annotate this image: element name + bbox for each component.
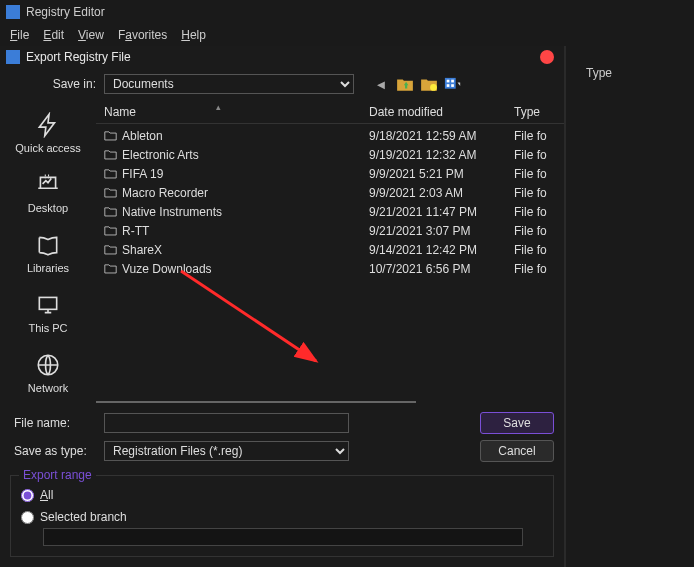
save-in-row: Save in: Documents ◄ (0, 68, 564, 100)
table-row[interactable]: Native Instruments9/21/2021 11:47 PMFile… (96, 202, 564, 221)
table-row[interactable]: FIFA 199/9/2021 5:21 PMFile fo (96, 164, 564, 183)
save-type-select[interactable]: Registration Files (*.reg) (104, 441, 349, 461)
nav-icons: ◄ (372, 76, 462, 92)
export-dialog: Export Registry File Save in: Documents … (0, 46, 565, 567)
file-name-label: File name: (10, 416, 96, 430)
place-desktop[interactable]: Desktop (8, 166, 88, 220)
right-col-type[interactable]: Type (586, 66, 684, 80)
menu-edit[interactable]: Edit (43, 28, 64, 42)
main-area: Export Registry File Save in: Documents … (0, 46, 694, 567)
svg-rect-6 (39, 297, 56, 309)
svg-rect-1 (445, 78, 456, 89)
menu-help[interactable]: Help (181, 28, 206, 42)
view-menu-icon[interactable] (444, 76, 462, 92)
file-list: Name ▴ Date modified Type Ableton9/18/20… (96, 100, 564, 405)
place-this-pc[interactable]: This PC (8, 286, 88, 340)
regedit-icon (6, 50, 20, 64)
col-date[interactable]: Date modified (361, 105, 506, 119)
svg-point-0 (430, 84, 437, 91)
dialog-title: Export Registry File (26, 50, 131, 64)
save-type-label: Save as type: (10, 444, 96, 458)
right-pane: Type (565, 46, 694, 567)
place-quick-access[interactable]: Quick access (8, 106, 88, 160)
export-range-group: Export range All Selected branch (10, 475, 554, 557)
save-in-select[interactable]: Documents (104, 74, 354, 94)
menu-favorites[interactable]: Favorites (118, 28, 167, 42)
table-row[interactable]: Macro Recorder9/9/2021 2:03 AMFile fo (96, 183, 564, 202)
file-browser: Quick access Desktop Libraries This PC (0, 100, 564, 405)
form-rows: File name: Save Save as type: Registrati… (0, 405, 564, 475)
regedit-icon (6, 5, 20, 19)
menubar: File Edit View Favorites Help (0, 24, 694, 46)
save-in-label: Save in: (10, 77, 96, 91)
svg-rect-5 (451, 84, 454, 87)
separator (96, 401, 564, 403)
radio-all[interactable]: All (21, 484, 543, 506)
export-range-legend: Export range (19, 468, 96, 482)
places-sidebar: Quick access Desktop Libraries This PC (0, 100, 96, 405)
radio-selected-input[interactable] (21, 511, 34, 524)
cancel-button[interactable]: Cancel (480, 440, 554, 462)
place-network[interactable]: Network (8, 346, 88, 400)
table-row[interactable]: R-TT9/21/2021 3:07 PMFile fo (96, 221, 564, 240)
dialog-titlebar: Export Registry File (0, 46, 564, 68)
sort-asc-icon: ▴ (216, 102, 221, 112)
table-row[interactable]: ShareX9/14/2021 12:42 PMFile fo (96, 240, 564, 259)
radio-all-input[interactable] (21, 489, 34, 502)
place-libraries[interactable]: Libraries (8, 226, 88, 280)
menu-view[interactable]: View (78, 28, 104, 42)
radio-selected-branch[interactable]: Selected branch (21, 506, 543, 528)
list-header: Name ▴ Date modified Type (96, 100, 564, 124)
app-title: Registry Editor (26, 5, 105, 19)
registry-editor-window: Registry Editor File Edit View Favorites… (0, 0, 694, 567)
branch-path-input[interactable] (43, 528, 523, 546)
svg-rect-4 (447, 84, 450, 87)
svg-rect-3 (451, 79, 454, 82)
file-rows[interactable]: Ableton9/18/2021 12:59 AMFile foElectron… (96, 124, 564, 395)
titlebar: Registry Editor (0, 0, 694, 24)
svg-rect-2 (447, 79, 450, 82)
table-row[interactable]: Electronic Arts9/19/2021 12:32 AMFile fo (96, 145, 564, 164)
save-button[interactable]: Save (480, 412, 554, 434)
col-name[interactable]: Name ▴ (96, 105, 361, 119)
record-indicator-icon (540, 50, 554, 64)
up-folder-icon[interactable] (396, 76, 414, 92)
table-row[interactable]: Vuze Downloads10/7/2021 6:56 PMFile fo (96, 259, 564, 278)
file-name-input[interactable] (104, 413, 349, 433)
col-type[interactable]: Type (506, 105, 564, 119)
back-icon[interactable]: ◄ (372, 76, 390, 92)
new-folder-icon[interactable] (420, 76, 438, 92)
table-row[interactable]: Ableton9/18/2021 12:59 AMFile fo (96, 126, 564, 145)
menu-file[interactable]: File (10, 28, 29, 42)
